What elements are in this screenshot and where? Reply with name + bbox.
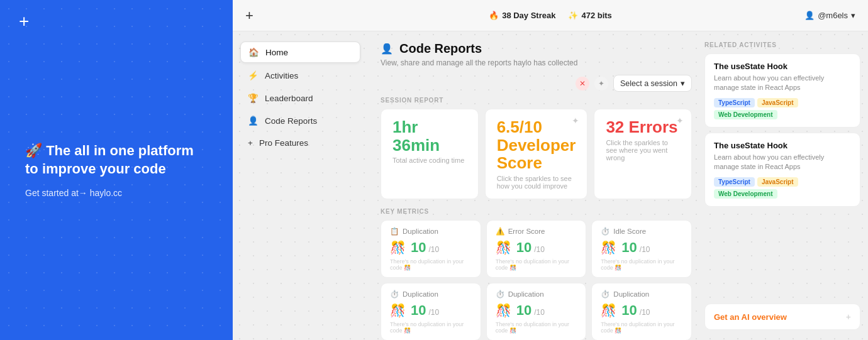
pro-features-icon: + (248, 138, 253, 148)
related-card-2: The useState Hook Learn about how you ca… (704, 133, 860, 207)
related-card-1-title: The useState Hook (714, 62, 851, 71)
tag-webdev-1[interactable]: Web Development (714, 110, 777, 119)
metric-duplication-value: 10 (411, 239, 426, 256)
metric-4-denom: /10 (428, 308, 439, 317)
metric-card-error-score: ⚠️ Error Score 🎊 10 /10 There's no dupli… (486, 220, 587, 278)
metric-5-denom: /10 (534, 308, 545, 317)
metric-5-emoji: 🎊 (496, 303, 511, 318)
metric-4-icon: ⏱️ (390, 290, 399, 299)
metric-5-footer: There's no duplication in your code 🎊 (496, 321, 577, 334)
metric-card-6: ⏱️ Duplication 🎊 10 /10 There's no dupli… (591, 283, 692, 340)
related-card-2-desc: Learn about how you can effectively mana… (714, 153, 851, 172)
session-report-label: SESSION REPORT (381, 97, 692, 104)
related-card-1: The useState Hook Learn about how you ca… (704, 53, 860, 128)
metric-6-label: Duplication (613, 290, 649, 298)
streak-fire-icon: 🔥 (489, 11, 499, 20)
top-bar-plus-icon[interactable]: + (245, 8, 253, 24)
metric-duplication-label: Duplication (403, 228, 438, 235)
metrics-grid: 📋 Duplication 🎊 10 /10 There's no duplic… (381, 220, 692, 340)
sidebar-item-label-activities: Activities (265, 71, 298, 80)
top-bar: + 🔥 38 Day Streak ✨ 472 bits 👤 @m6els ▾ (233, 0, 868, 31)
metric-4-emoji: 🎊 (390, 303, 406, 318)
user-menu[interactable]: 👤 @m6els ▾ (804, 11, 855, 20)
key-metrics-label: KEY METRICS (381, 208, 692, 215)
metric-idle-footer: There's no duplication in your code 🎊 (601, 258, 682, 271)
metric-4-footer: There's no duplication in your code 🎊 (390, 321, 472, 334)
related-card-1-desc: Learn about how you can effectively mana… (714, 74, 851, 93)
session-time-value: 1hr 36min (392, 118, 467, 154)
session-card-errors: 32 Errors Click the sparkles to see wher… (594, 109, 692, 199)
metric-error-footer: There's no duplication in your code 🎊 (496, 258, 577, 271)
session-card-score: 6.5/10 Developer Score Click the sparkle… (485, 109, 588, 199)
leaderboard-icon: 🏆 (248, 93, 259, 103)
tag-webdev-2[interactable]: Web Development (714, 189, 777, 199)
metric-card-4: ⏱️ Duplication 🎊 10 /10 There's no dupli… (381, 283, 481, 340)
left-plus-icon: + (19, 13, 29, 30)
tag-javascript-1[interactable]: JavaScript (757, 98, 798, 107)
metric-4-value: 10 (411, 302, 426, 319)
related-activities-label: RELATED ACTIVITES (704, 41, 860, 48)
sparkle-button[interactable]: ✦ (594, 77, 608, 90)
page-icon: 👤 (381, 43, 393, 55)
page-subtitle: View, share and manage all the reports h… (381, 58, 692, 67)
metric-6-footer: There's no duplication in your code 🎊 (601, 321, 682, 334)
left-subtext: Get started at→ haylo.cc (25, 188, 208, 198)
session-selector[interactable]: Select a session ▾ (613, 75, 692, 92)
sidebar-item-leaderboard[interactable]: 🏆 Leaderboard (240, 88, 360, 108)
metric-error-denom: /10 (534, 245, 545, 254)
metric-6-denom: /10 (640, 308, 650, 317)
page-header: 👤 Code Reports (381, 41, 692, 56)
close-session-button[interactable]: ✕ (576, 77, 589, 90)
tag-typescript-1[interactable]: TypeScript (714, 98, 755, 107)
metric-idle-emoji: 🎊 (601, 240, 616, 255)
sidebar-item-activities[interactable]: ⚡ Activities (240, 65, 360, 85)
metric-card-5: ⏱️ Duplication 🎊 10 /10 There's no dupli… (486, 283, 587, 340)
right-column: RELATED ACTIVITES The useState Hook Lear… (704, 31, 868, 340)
ai-overview-label[interactable]: Get an AI overview (714, 312, 787, 322)
activities-icon: ⚡ (248, 70, 259, 80)
related-card-2-title: The useState Hook (714, 141, 851, 150)
metric-error-icon: ⚠️ (496, 227, 504, 236)
related-card-2-tags: TypeScript JavaScript Web Development (714, 177, 851, 199)
username-label: @m6els (818, 11, 848, 20)
left-heading: 🚀 The all in one platform to improve you… (25, 142, 208, 178)
sidebar-item-label-code-reports: Code Reports (265, 116, 317, 126)
main-content: 🏠 Home ⚡ Activities 🏆 Leaderboard 👤 Code… (233, 31, 868, 340)
tag-typescript-2[interactable]: TypeScript (714, 177, 755, 187)
metric-idle-denom: /10 (640, 245, 650, 254)
metric-duplication-icon: 📋 (390, 227, 399, 236)
metric-4-label: Duplication (403, 290, 438, 298)
session-selector-chevron: ▾ (681, 79, 685, 88)
sidebar-item-label-home: Home (265, 48, 288, 57)
metric-6-emoji: 🎊 (601, 303, 616, 318)
sidebar: 🏠 Home ⚡ Activities 🏆 Leaderboard 👤 Code… (233, 31, 368, 340)
page-title: Code Reports (399, 41, 482, 56)
tag-javascript-2[interactable]: JavaScript (757, 177, 798, 187)
session-cards: 1hr 36min Total active coding time 6.5/1… (381, 109, 692, 199)
errors-plus-icon[interactable]: ✦ (676, 116, 684, 126)
metric-5-value: 10 (516, 302, 531, 319)
metric-idle-value: 10 (621, 239, 637, 256)
sidebar-item-home[interactable]: 🏠 Home (240, 41, 360, 63)
sidebar-item-pro-features[interactable]: + Pro Features (240, 133, 360, 153)
metric-6-icon: ⏱️ (601, 290, 609, 299)
bits-badge: ✨ 472 bits (568, 11, 611, 20)
sidebar-item-label-leaderboard: Leaderboard (265, 94, 313, 103)
metric-duplication-footer: There's no duplication in your code 🎊 (390, 258, 472, 271)
right-panel: + 🔥 38 Day Streak ✨ 472 bits 👤 @m6els ▾ … (233, 0, 868, 340)
score-plus-icon[interactable]: ✦ (572, 116, 579, 126)
session-card-time: 1hr 36min Total active coding time (381, 109, 479, 199)
sidebar-item-code-reports[interactable]: 👤 Code Reports (240, 111, 360, 131)
session-selector-row: ✕ ✦ Select a session ▾ (381, 75, 692, 92)
ai-overview-plus-icon[interactable]: + (846, 312, 851, 322)
metric-error-emoji: 🎊 (496, 240, 511, 255)
ai-overview-card[interactable]: Get an AI overview + (704, 304, 860, 330)
metric-duplication-emoji: 🎊 (390, 240, 406, 255)
related-card-1-tags: TypeScript JavaScript Web Development (714, 98, 851, 119)
session-score-value: 6.5/10 Developer Score (497, 118, 576, 172)
metric-idle-icon: ⏱️ (601, 227, 609, 236)
left-panel: + 🚀 The all in one platform to improve y… (0, 0, 233, 340)
user-chevron-icon: ▾ (851, 11, 855, 20)
session-errors-value: 32 Errors (606, 118, 680, 136)
metric-error-value: 10 (516, 239, 531, 256)
